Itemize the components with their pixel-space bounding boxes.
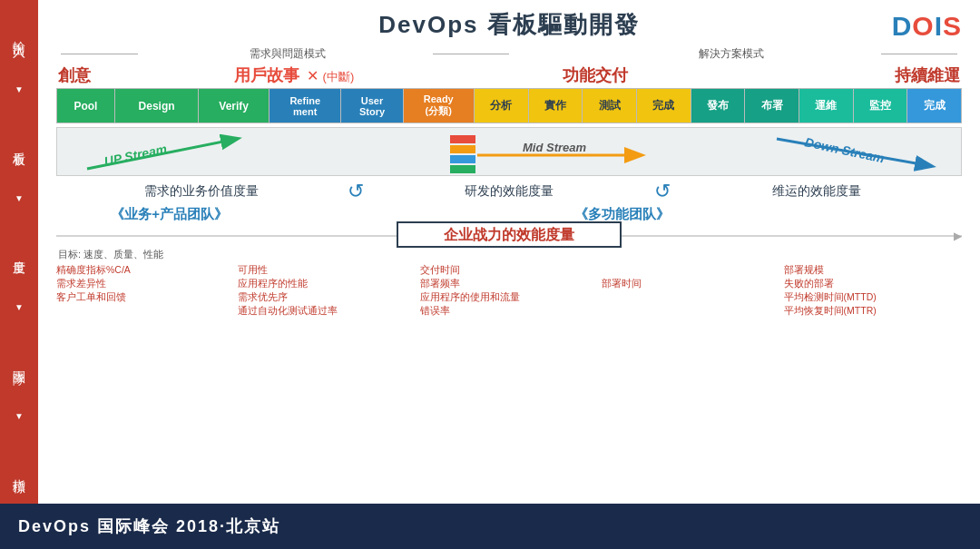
kpi-deploy-freq: 部署频率: [420, 278, 598, 290]
kanban-cell-test: 測試: [583, 89, 637, 123]
kanban-cell-monitor: 監控: [853, 89, 907, 123]
phase-ops: 持續維運: [815, 64, 960, 86]
kpi-customer-feedback: 客户工单和回馈: [56, 291, 234, 304]
kanban-cell-refinement: Refinement: [269, 89, 340, 123]
kanban-cell-user-story: UserStory: [341, 89, 403, 123]
kanban-cell-implement: 實作: [528, 89, 583, 123]
kpi-delivery-time: 交付时间: [420, 264, 598, 277]
kanban-cell-analysis: 分析: [474, 89, 528, 123]
kanban-cell-design: Design: [114, 89, 199, 123]
kpi-auto-test: 需求优先序: [238, 291, 416, 304]
metric-ops: 维运的效能度量: [671, 183, 962, 200]
kanban-cell-deploy: 布署: [745, 89, 799, 123]
sidebar-item-kanban: 看板: [12, 142, 27, 145]
phase-feature-delivery: 功能交付: [505, 64, 686, 86]
logo-s: S: [943, 11, 962, 41]
kanban-cell-ops: 運維: [799, 89, 853, 123]
team-biz: 《业务+产品团队》: [56, 206, 283, 223]
metric-demand: 需求的业务价值度量: [56, 183, 348, 200]
kpi-app-traffic: 应用程序的使用和流量: [420, 291, 598, 304]
mode-left-label: 需求與問題模式: [142, 46, 433, 62]
logo: DOIS: [892, 11, 962, 42]
phase-creative: 創意: [58, 64, 203, 86]
kanban-cell-done2: 完成: [907, 89, 962, 123]
target-label: 目标: 速度、质量、性能: [56, 248, 962, 261]
sidebar-item-io: 輸出入: [12, 31, 27, 36]
kpi-fail-deploy: 失败的部署: [784, 278, 962, 290]
kpi-mttr: 平均恢复时间(MTTR): [784, 305, 962, 318]
svg-rect-2: [450, 135, 475, 143]
kanban-cell-release: 發布: [691, 89, 745, 123]
svg-text:Mid Stream: Mid Stream: [523, 141, 587, 154]
kpi-deploy-scale: 部署规模: [784, 264, 962, 277]
sidebar-item-team: 團隊: [12, 360, 27, 364]
sidebar: 輸出入 ▼ 看板 ▼ 度量 ▼ 團隊 ▼ 指標: [0, 0, 38, 504]
svg-text:UP Stream: UP Stream: [103, 142, 168, 169]
kpi-demand-diff: 需求差异性: [56, 278, 234, 290]
kpi-app-perf: 应用程序的性能: [238, 278, 416, 290]
kpi-accuracy: 精确度指标%C/A: [56, 264, 234, 277]
kpi-mttd: 平均检测时间(MTTD): [784, 291, 962, 304]
stream-area: UP Stream Mid Stream Down Stream: [56, 127, 962, 176]
sidebar-item-kpi: 指標: [12, 469, 27, 473]
kpi-section: 精确度指标%C/A 可用性 交付时间 部署规模 需求差异性 应用程序的性能 部署…: [56, 264, 962, 318]
sidebar-item-metric: 度量: [12, 250, 27, 254]
logo-o: O: [912, 11, 934, 41]
logo-i: I: [935, 11, 943, 41]
main-content: DOIS DevOps 看板驅動開發 需求與問題模式 解決方案模式 創意 用戶故…: [38, 0, 980, 504]
kanban-cell-done1: 完成: [636, 89, 691, 123]
logo-d: D: [892, 11, 913, 41]
svg-rect-3: [450, 145, 475, 153]
kanban-cell-ready: Ready(分類): [403, 89, 474, 123]
svg-rect-4: [450, 155, 475, 163]
kpi-error-rate: 错误率: [420, 305, 598, 318]
kpi-deploy-time: 部署时间: [602, 278, 779, 290]
kpi-auto-pass: 通过自动化测试通过率: [238, 305, 416, 318]
svg-text:Down Stream: Down Stream: [803, 134, 886, 165]
kanban-cell-verify: Verify: [199, 89, 270, 123]
bottom-bar: DevOps 国际峰会 2018·北京站: [0, 504, 980, 549]
svg-rect-5: [450, 165, 475, 173]
kanban-table: Pool Design Verify Refinement UserStory …: [56, 88, 962, 123]
conference-label: DevOps 国际峰会 2018·北京站: [18, 515, 280, 537]
mode-right-label: 解決方案模式: [586, 46, 877, 62]
page-title: DevOps 看板驅動開發: [56, 9, 962, 41]
kanban-cell-pool: Pool: [57, 89, 115, 123]
enterprise-metric-box: 企业战力的效能度量: [397, 221, 622, 248]
kpi-availability: 可用性: [238, 264, 416, 277]
phase-user-story: 用戶故事 ✕ (中斷): [212, 64, 376, 86]
metric-rd: 研发的效能度量: [364, 183, 655, 200]
stream-svg: UP Stream Mid Stream Down Stream: [57, 128, 961, 177]
